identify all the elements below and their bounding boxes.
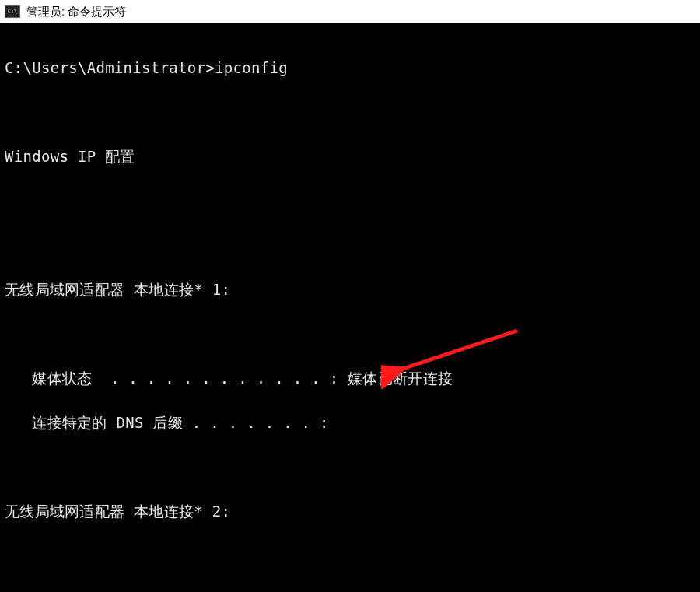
blank-line [5, 190, 695, 212]
window-titlebar[interactable]: 管理员: 命令提示符 [0, 0, 700, 25]
blank-line [5, 323, 695, 345]
ipconfig-header: Windows IP 配置 [5, 145, 695, 168]
blank-line [5, 456, 695, 478]
output-row: 媒体状态 . . . . . . . . . . . . : 媒体已断开连接 [5, 367, 695, 390]
output-row: 连接特定的 DNS 后缀 . . . . . . . : [5, 412, 695, 434]
prompt-line: C:\Users\Administrator>ipconfig [5, 57, 695, 79]
row-value: 媒体已断开连接 [348, 370, 453, 387]
terminal-output[interactable]: C:\Users\Administrator>ipconfig Windows … [0, 25, 700, 592]
section-title: 无线局域网适配器 本地连接* 1: [5, 278, 695, 301]
blank-line [5, 101, 695, 124]
blank-line [5, 234, 695, 257]
row-label: 媒体状态 . . . . . . . . . . . . : [5, 370, 348, 387]
row-label: 连接特定的 DNS 后缀 . . . . . . . : [5, 414, 329, 431]
command: ipconfig [215, 59, 288, 76]
window-title: 管理员: 命令提示符 [26, 5, 126, 19]
cmd-icon [5, 5, 20, 18]
section-title: 无线局域网适配器 本地连接* 2: [5, 500, 695, 523]
prompt: C:\Users\Administrator> [5, 59, 215, 76]
blank-line [5, 545, 695, 567]
output-row: 媒体状态 . . . . . . . . . . . . : 媒体已断开连接 [5, 589, 695, 593]
